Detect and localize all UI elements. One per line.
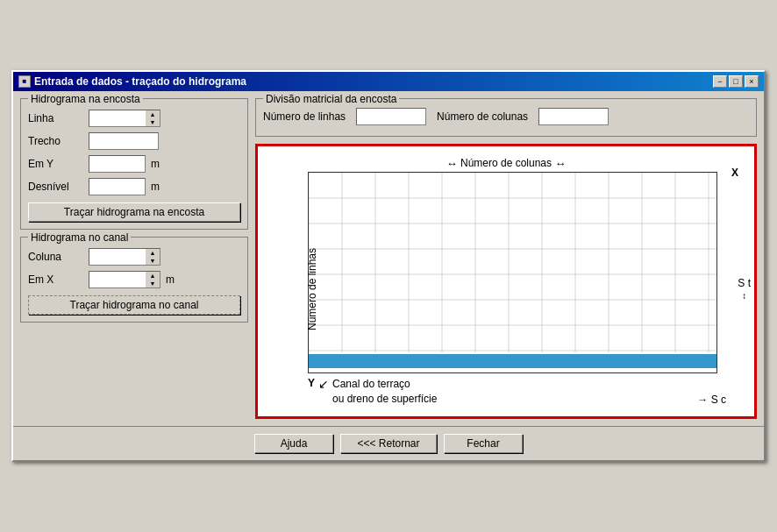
tracar-canal-button[interactable]: Traçar hidrograma no canal xyxy=(28,295,240,315)
diagram-top-label: Número de colunas xyxy=(460,157,552,169)
em-y-unit: m xyxy=(151,158,160,170)
sc-bottom: → S c xyxy=(697,394,726,406)
em-y-input[interactable]: 58 xyxy=(89,155,146,173)
divisao-row: Número de linhas 400 Número de colunas 1… xyxy=(263,108,749,125)
window-icon: ■ xyxy=(18,75,31,88)
coluna-down-arrow[interactable]: ▼ xyxy=(146,257,160,265)
diagram-grid xyxy=(308,172,717,373)
canal-group-label: Hidrograma no canal xyxy=(28,231,131,244)
num-colunas-label: Número de colunas xyxy=(437,110,528,123)
y-corner-label: Y xyxy=(308,377,315,389)
em-y-row: Em Y 58 m xyxy=(28,155,240,173)
encosta-group-label: Hidrograma na encosta xyxy=(28,93,143,105)
y-axis-label: Número de linhas xyxy=(306,247,318,330)
diagram-top-section: ↔ Número de colunas ↔ xyxy=(268,157,744,170)
diagram-container: ↔ Número de colunas ↔ Número de linhas X… xyxy=(255,144,757,420)
close-button[interactable]: × xyxy=(745,75,759,88)
linha-input[interactable]: 400 xyxy=(89,110,146,127)
num-linhas-label: Número de linhas xyxy=(263,110,346,123)
right-panel: Divisão matricial da encosta Número de l… xyxy=(255,98,757,420)
tracar-encosta-button[interactable]: Traçar hidrograma na encosta xyxy=(28,202,240,222)
canal-group: Hidrograma no canal Coluna 120 ▲ ▼ Em X xyxy=(20,237,248,323)
ajuda-button[interactable]: Ajuda xyxy=(254,434,333,453)
coluna-spinner[interactable]: 120 ▲ ▼ xyxy=(89,248,160,266)
desnivel-label: Desnível xyxy=(28,181,85,193)
title-bar-controls: − □ × xyxy=(713,75,759,88)
linha-label: Linha xyxy=(28,112,85,124)
em-x-arrows: ▲ ▼ xyxy=(146,271,160,288)
title-bar: ■ Entrada de dados - traçado do hidrogra… xyxy=(13,72,764,91)
coluna-arrows: ▲ ▼ xyxy=(146,248,160,266)
left-panel: Hidrograma na encosta Linha 400 ▲ ▼ Trec… xyxy=(20,98,248,420)
coluna-input[interactable]: 120 xyxy=(89,248,146,266)
num-colunas-input[interactable]: 120 xyxy=(538,108,609,125)
em-x-spinner[interactable]: 600 ▲ ▼ xyxy=(89,271,160,288)
window-title: Entrada de dados - traçado do hidrograma xyxy=(34,75,246,88)
linha-row: Linha 400 ▲ ▼ xyxy=(28,110,240,127)
coluna-row: Coluna 120 ▲ ▼ xyxy=(28,248,240,266)
diagram-bottom: Y ↙ Canal do terraço ou dreno de superfí… xyxy=(308,377,717,407)
em-x-label: Em X xyxy=(28,273,85,286)
trecho-row: Trecho 4 xyxy=(28,132,240,150)
em-y-label: Em Y xyxy=(28,158,85,170)
trecho-input[interactable]: 4 xyxy=(89,132,159,150)
x-axis-label: X xyxy=(731,167,738,179)
main-window: ■ Entrada de dados - traçado do hidrogra… xyxy=(11,70,766,463)
em-x-down-arrow[interactable]: ▼ xyxy=(146,280,160,287)
retornar-button[interactable]: <<< Retornar xyxy=(340,434,437,453)
linha-up-arrow[interactable]: ▲ xyxy=(146,110,160,118)
diagram-grid-wrapper: Número de linhas X S t ↕ xyxy=(308,172,717,407)
trecho-label: Trecho xyxy=(28,135,85,147)
divisao-group: Divisão matricial da encosta Número de l… xyxy=(255,98,757,137)
desnivel-input[interactable]: 0.00 xyxy=(89,178,146,195)
canal-label: Canal do terraço ou dreno de superfície xyxy=(332,377,437,407)
svg-rect-22 xyxy=(309,354,717,368)
num-linhas-input[interactable]: 400 xyxy=(356,108,426,125)
linha-spinner[interactable]: 400 ▲ ▼ xyxy=(89,110,160,127)
st-label: S t ↕ xyxy=(738,277,751,301)
minimize-button[interactable]: − xyxy=(713,75,727,88)
em-x-input[interactable]: 600 xyxy=(89,271,146,288)
maximize-button[interactable]: □ xyxy=(729,75,743,88)
desnivel-row: Desnível 0.00 m xyxy=(28,178,240,195)
linha-down-arrow[interactable]: ▼ xyxy=(146,118,160,126)
em-x-unit: m xyxy=(166,273,175,286)
desnivel-unit: m xyxy=(151,181,160,193)
divisao-group-label: Divisão matricial da encosta xyxy=(263,93,399,105)
fechar-button[interactable]: Fechar xyxy=(444,434,523,453)
em-x-row: Em X 600 ▲ ▼ m xyxy=(28,271,240,288)
coluna-up-arrow[interactable]: ▲ xyxy=(146,249,160,257)
encosta-group: Hidrograma na encosta Linha 400 ▲ ▼ Trec… xyxy=(20,98,248,230)
content-area: Hidrograma na encosta Linha 400 ▲ ▼ Trec… xyxy=(13,91,764,427)
em-x-up-arrow[interactable]: ▲ xyxy=(146,272,160,280)
linha-arrows: ▲ ▼ xyxy=(146,110,160,127)
footer: Ajuda <<< Retornar Fechar xyxy=(13,426,764,460)
title-bar-left: ■ Entrada de dados - traçado do hidrogra… xyxy=(18,75,246,88)
coluna-label: Coluna xyxy=(28,251,85,263)
